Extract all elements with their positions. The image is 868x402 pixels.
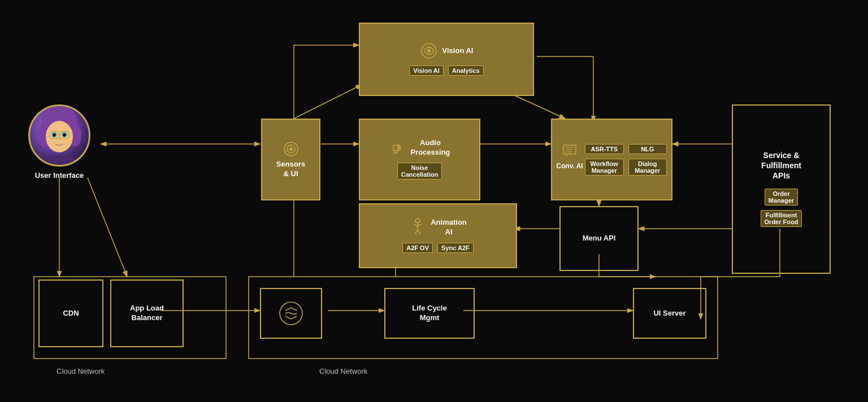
service-fulfillment-title: Service &FulfillmentAPIs bbox=[761, 150, 801, 181]
camera-icon bbox=[283, 141, 300, 158]
sensors-ui-box: Sensors& UI bbox=[261, 119, 320, 200]
fulfillment-order-food-sublabel: FulfillmentOrder Food bbox=[761, 210, 802, 227]
svg-line-58 bbox=[418, 224, 422, 226]
switcher-box bbox=[260, 288, 322, 339]
vision-ai-title: Vision AI bbox=[442, 46, 474, 56]
user-interface-label: User Interface bbox=[35, 171, 84, 180]
order-manager-sublabel: OrderManager bbox=[765, 189, 798, 206]
animation-icon bbox=[409, 217, 426, 237]
ui-server-box: UI Server bbox=[633, 288, 706, 339]
svg-line-5 bbox=[294, 85, 362, 119]
svg-point-55 bbox=[415, 219, 420, 223]
service-fulfillment-box: Service &FulfillmentAPIs OrderManager Fu… bbox=[732, 104, 831, 274]
conv-ai-icon bbox=[561, 143, 578, 160]
vision-ai-box: Vision AI Vision AI Analytics bbox=[359, 23, 534, 96]
conv-ai-box: Conv. AI ASR-TTS NLG WorkflowManager Dia… bbox=[551, 119, 672, 200]
avatar bbox=[28, 104, 90, 167]
audio-processing-box: AudioProcessing NoiseCancellation bbox=[359, 119, 480, 200]
svg-line-60 bbox=[418, 230, 420, 234]
svg-point-35 bbox=[53, 133, 56, 137]
avatar-illustration bbox=[34, 107, 85, 164]
menu-api-box: Menu API bbox=[559, 206, 639, 271]
app-load-balancer-title: App LoadBalancer bbox=[130, 304, 164, 323]
eye-icon bbox=[420, 42, 438, 60]
cloud-label-right: Cloud Network bbox=[319, 367, 367, 375]
vision-ai-sublabel-1: Vision AI bbox=[409, 65, 443, 76]
svg-point-36 bbox=[63, 133, 66, 137]
switcher-icon bbox=[277, 299, 305, 327]
svg-rect-47 bbox=[393, 145, 398, 151]
cdn-title: CDN bbox=[63, 309, 79, 318]
animation-ai-box: AnimationAI A2F OV Sync A2F bbox=[359, 203, 517, 268]
sensors-ui-title: Sensors& UI bbox=[276, 160, 305, 179]
svg-line-57 bbox=[414, 224, 418, 226]
workflow-manager-sublabel: WorkflowManager bbox=[585, 159, 624, 176]
svg-line-59 bbox=[415, 230, 418, 234]
user-interface-node: User Interface bbox=[28, 104, 90, 180]
conv-ai-title: Conv. AI bbox=[556, 162, 583, 171]
svg-point-42 bbox=[427, 49, 431, 53]
svg-line-3 bbox=[88, 178, 127, 277]
cdn-box: CDN bbox=[38, 279, 103, 347]
analytics-sublabel: Analytics bbox=[448, 65, 484, 76]
diagram-container: User Interface Vision AI Vision AI Analy… bbox=[0, 0, 868, 402]
animation-ai-title: AnimationAI bbox=[431, 218, 467, 237]
nlg-sublabel: NLG bbox=[628, 144, 667, 154]
lifecycle-mgmt-title: Life CycleMgmt bbox=[412, 304, 446, 323]
menu-api-title: Menu API bbox=[583, 234, 616, 243]
audio-processing-title: AudioProcessing bbox=[410, 138, 450, 158]
svg-point-43 bbox=[428, 47, 429, 49]
asr-tts-sublabel: ASR-TTS bbox=[585, 144, 624, 154]
cloud-label-left: Cloud Network bbox=[57, 367, 105, 375]
dialog-manager-sublabel: DialogManager bbox=[628, 159, 667, 176]
ui-server-title: UI Server bbox=[653, 309, 685, 318]
lifecycle-mgmt-box: Life CycleMgmt bbox=[384, 288, 475, 339]
svg-point-46 bbox=[289, 147, 293, 151]
a2f-ov-sublabel: A2F OV bbox=[402, 243, 433, 253]
app-load-balancer-box: App LoadBalancer bbox=[110, 279, 184, 347]
noise-cancellation-sublabel: NoiseCancellation bbox=[397, 163, 442, 180]
sync-a2f-sublabel: Sync A2F bbox=[437, 243, 474, 253]
audio-icon bbox=[389, 139, 406, 156]
